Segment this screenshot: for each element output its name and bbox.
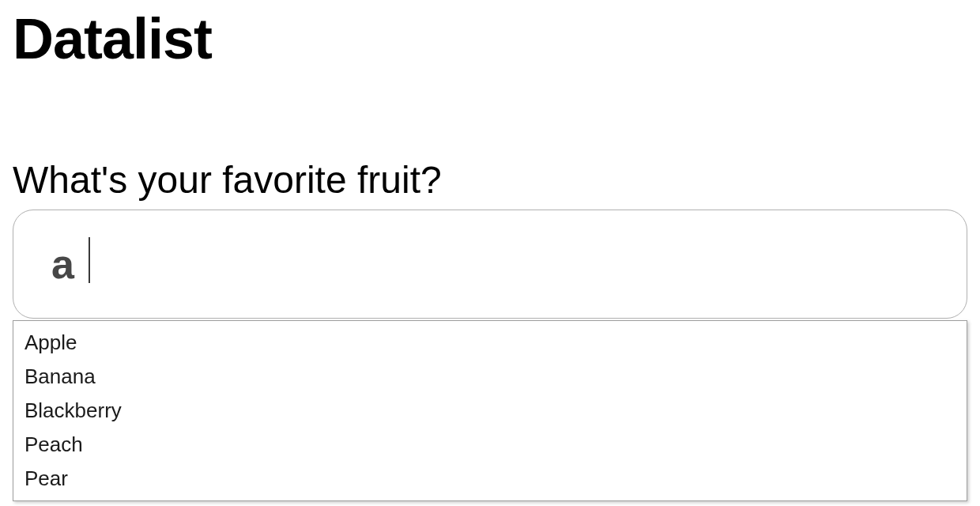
- datalist-option[interactable]: Peach: [13, 428, 967, 462]
- datalist-option[interactable]: Blackberry: [13, 394, 967, 428]
- datalist-option[interactable]: Pear: [13, 462, 967, 496]
- page-heading: Datalist: [13, 6, 967, 71]
- fruit-input-wrapper: Apple Banana Blackberry Peach Pear: [13, 210, 967, 319]
- datalist-option[interactable]: Banana: [13, 360, 967, 394]
- fruit-input-label: What's your favorite fruit?: [13, 158, 967, 202]
- datalist-option[interactable]: Apple: [13, 326, 967, 360]
- fruit-input[interactable]: [13, 210, 967, 319]
- datalist-dropdown: Apple Banana Blackberry Peach Pear: [13, 320, 967, 501]
